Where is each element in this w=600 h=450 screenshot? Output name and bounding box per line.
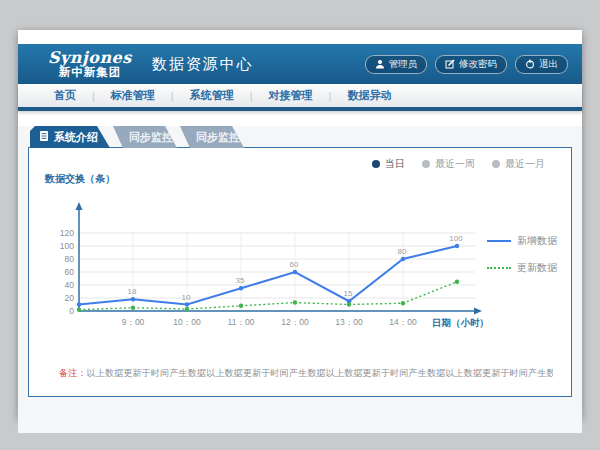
svg-text:0: 0 bbox=[69, 306, 74, 316]
legend-label: 更新数据 bbox=[517, 261, 557, 275]
tab-sync-monitor-2[interactable]: 同步监控 bbox=[180, 126, 244, 148]
tab-label: 系统介绍 bbox=[54, 130, 98, 145]
footer-note: 备注：以上数据更新于时间产生数据以上数据更新于时间产生数据以上数据更新于时间产生… bbox=[59, 367, 553, 380]
app-header: Synjones 新中新集团 数据资源中心 管理员 修改密码 退出 bbox=[18, 44, 582, 84]
svg-text:60: 60 bbox=[290, 260, 299, 269]
series-legend: 新增数据 更新数据 bbox=[487, 234, 557, 288]
svg-text:80: 80 bbox=[65, 254, 75, 264]
y-axis-label: 数据交换（条） bbox=[41, 172, 501, 186]
logout-label: 退出 bbox=[539, 58, 558, 71]
legend-item-new-data[interactable]: 新增数据 bbox=[487, 234, 557, 248]
svg-text:18: 18 bbox=[128, 287, 137, 296]
app-window: Synjones 新中新集团 数据资源中心 管理员 修改密码 退出 bbox=[18, 30, 582, 418]
change-password-button[interactable]: 修改密码 bbox=[435, 55, 507, 74]
footer-note-body: 以上数据更新于时间产生数据以上数据更新于时间产生数据以上数据更新于时间产生数据以… bbox=[87, 368, 553, 378]
svg-text:9：00: 9：00 bbox=[122, 317, 145, 327]
svg-text:12：00: 12：00 bbox=[281, 317, 309, 327]
svg-text:10：00: 10：00 bbox=[173, 317, 201, 327]
radio-unselected-icon bbox=[492, 160, 500, 168]
svg-text:100: 100 bbox=[60, 241, 74, 251]
admin-user-label: 管理员 bbox=[389, 58, 418, 71]
main-nav: 首页 | 标准管理 | 系统管理 | 对接管理 | 数据异动 bbox=[18, 84, 582, 111]
svg-text:11：00: 11：00 bbox=[228, 317, 255, 327]
period-filters: 当日 最近一周 最近一月 bbox=[372, 157, 545, 171]
tab-system-intro[interactable]: 系统介绍 bbox=[30, 126, 110, 148]
nav-item-standards[interactable]: 标准管理 bbox=[95, 88, 171, 103]
svg-text:20: 20 bbox=[65, 293, 75, 303]
nav-item-data-change[interactable]: 数据异动 bbox=[331, 88, 407, 103]
tab-bar: 系统介绍 同步监控 同步监控 bbox=[30, 126, 582, 148]
svg-text:13：00: 13：00 bbox=[335, 317, 363, 327]
legend-item-updated-data[interactable]: 更新数据 bbox=[487, 261, 557, 275]
filter-today[interactable]: 当日 bbox=[372, 157, 405, 171]
page-title: 数据资源中心 bbox=[152, 55, 254, 74]
top-strip bbox=[18, 30, 582, 44]
user-icon bbox=[375, 59, 385, 69]
change-password-label: 修改密码 bbox=[459, 58, 497, 71]
content-area: 系统介绍 同步监控 同步监控 当日 最近一周 bbox=[18, 126, 582, 433]
svg-text:日期（小时）: 日期（小时） bbox=[432, 317, 489, 329]
svg-text:35: 35 bbox=[236, 276, 245, 285]
nav-item-integration[interactable]: 对接管理 bbox=[253, 88, 329, 103]
tab-label: 同步监控 bbox=[196, 130, 240, 145]
nav-item-system[interactable]: 系统管理 bbox=[174, 88, 250, 103]
svg-text:14：00: 14：00 bbox=[389, 317, 417, 327]
line-chart: 0204060801001209：0010：0011：0012：0013：001… bbox=[41, 189, 501, 334]
svg-text:60: 60 bbox=[65, 267, 75, 277]
tab-sync-monitor-1[interactable]: 同步监控 bbox=[113, 126, 177, 148]
radio-selected-icon bbox=[372, 160, 380, 168]
filter-last-month-label: 最近一月 bbox=[505, 157, 545, 171]
logout-button[interactable]: 退出 bbox=[515, 55, 568, 74]
edit-icon bbox=[445, 59, 455, 69]
svg-text:10: 10 bbox=[182, 293, 191, 302]
svg-text:120: 120 bbox=[60, 228, 74, 238]
radio-unselected-icon bbox=[422, 160, 430, 168]
svg-text:80: 80 bbox=[398, 247, 407, 256]
legend-label: 新增数据 bbox=[517, 234, 557, 248]
dotted-line-swatch-icon bbox=[487, 267, 511, 269]
footer-note-prefix: 备注： bbox=[59, 368, 87, 378]
admin-user-button[interactable]: 管理员 bbox=[365, 55, 428, 74]
svg-text:15: 15 bbox=[344, 289, 353, 298]
filter-last-week[interactable]: 最近一周 bbox=[422, 157, 475, 171]
filter-last-week-label: 最近一周 bbox=[435, 157, 475, 171]
nav-item-home[interactable]: 首页 bbox=[38, 88, 92, 103]
brand-logo-subtext: 新中新集团 bbox=[48, 66, 132, 78]
filter-last-month[interactable]: 最近一月 bbox=[492, 157, 545, 171]
svg-text:40: 40 bbox=[65, 280, 75, 290]
brand-logo: Synjones 新中新集团 bbox=[48, 50, 132, 79]
chart-container: 数据交换（条） 0204060801001209：0010：0011：0012：… bbox=[41, 172, 501, 334]
tab-label: 同步监控 bbox=[129, 130, 173, 145]
solid-line-swatch-icon bbox=[487, 240, 511, 242]
power-icon bbox=[525, 59, 535, 69]
brand-logo-text: Synjones bbox=[48, 50, 132, 67]
document-icon bbox=[39, 130, 49, 144]
header-actions: 管理员 修改密码 退出 bbox=[365, 55, 569, 74]
filter-today-label: 当日 bbox=[385, 157, 405, 171]
chart-panel: 当日 最近一周 最近一月 数据交换（条） 0204060801001209：00… bbox=[28, 147, 572, 397]
svg-text:100: 100 bbox=[449, 234, 463, 243]
